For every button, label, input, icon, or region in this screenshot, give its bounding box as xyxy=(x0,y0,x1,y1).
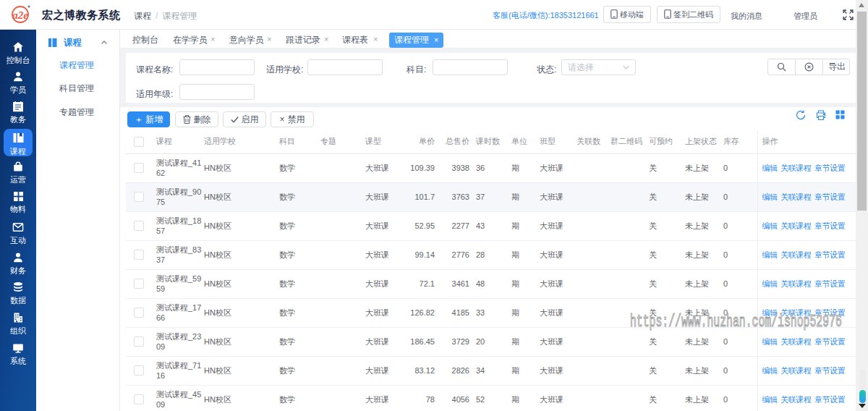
svg-text:a2e: a2e xyxy=(12,9,28,21)
